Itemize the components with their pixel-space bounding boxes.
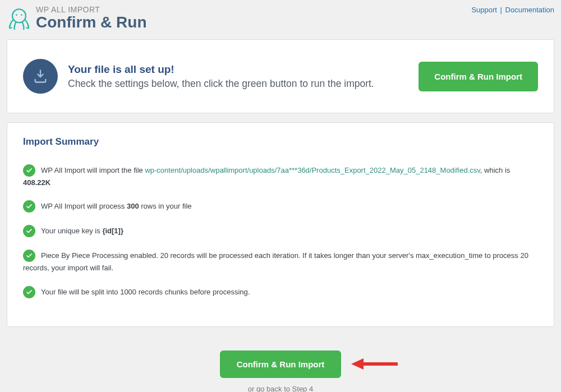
confirm-run-button-top[interactable]: Confirm & Run Import xyxy=(419,62,538,91)
hero-left: Your file is all set up! Check the setti… xyxy=(23,59,374,94)
summary-item-file: WP All Import will import the file wp-co… xyxy=(23,164,538,188)
wpallimport-logo-icon xyxy=(7,6,31,30)
summary-item-rows: WP All Import will process 300 rows in y… xyxy=(23,200,538,213)
summary-key-text: Your unique key is {id[1]} xyxy=(41,227,123,236)
file-size: 408.22K xyxy=(23,178,50,187)
documentation-link[interactable]: Documentation xyxy=(505,6,554,14)
back-prefix: or go back to xyxy=(248,385,292,392)
check-icon xyxy=(23,225,35,237)
svg-marker-4 xyxy=(351,358,364,370)
page-header: WP ALL IMPORT Confirm & Run Support | Do… xyxy=(7,6,554,30)
svg-point-0 xyxy=(12,9,26,22)
link-separator: | xyxy=(497,6,505,14)
page-title: Confirm & Run xyxy=(36,14,147,30)
annotation-arrow-icon xyxy=(350,353,401,375)
hero-text: Your file is all set up! Check the setti… xyxy=(68,63,374,90)
svg-point-1 xyxy=(16,14,17,16)
confirm-run-button-bottom[interactable]: Confirm & Run Import xyxy=(220,351,342,378)
row-count: 300 xyxy=(127,202,139,211)
brand: WP ALL IMPORT Confirm & Run xyxy=(7,6,147,30)
summary-piece-text: Piece By Piece Processing enabled. 20 re… xyxy=(23,252,528,273)
svg-point-2 xyxy=(21,14,22,16)
file-path: wp-content/uploads/wpallimport/uploads/7… xyxy=(145,166,480,174)
hero-panel: Your file is all set up! Check the setti… xyxy=(7,39,554,113)
brand-label: WP ALL IMPORT xyxy=(36,6,147,14)
brand-text: WP ALL IMPORT Confirm & Run xyxy=(36,6,147,30)
summary-item-key: Your unique key is {id[1]} xyxy=(23,225,538,237)
hero-title: Your file is all set up! xyxy=(68,63,374,76)
check-icon xyxy=(23,164,35,177)
summary-item-chunks: Your file will be split into 1000 record… xyxy=(23,286,538,298)
check-icon xyxy=(23,250,35,262)
import-icon xyxy=(23,59,58,94)
back-link-row: or go back to Step 4 xyxy=(7,385,554,392)
check-icon xyxy=(23,200,35,213)
summary-rows-text: WP All Import will process 300 rows in y… xyxy=(41,202,192,211)
top-links: Support | Documentation xyxy=(471,6,554,14)
bottom-actions: Confirm & Run Import or go back to Step … xyxy=(7,351,554,392)
import-summary-panel: Import Summary WP All Import will import… xyxy=(7,122,554,327)
summary-file-text: WP All Import will import the file wp-co… xyxy=(23,166,510,187)
summary-item-piece: Piece By Piece Processing enabled. 20 re… xyxy=(23,250,538,273)
check-icon xyxy=(23,286,35,298)
hero-subtitle: Check the settings below, then click the… xyxy=(68,78,374,90)
unique-key: {id[1]} xyxy=(102,227,123,236)
summary-chunks-text: Your file will be split into 1000 record… xyxy=(41,288,250,296)
summary-heading: Import Summary xyxy=(23,136,538,147)
back-to-step-link[interactable]: Step 4 xyxy=(292,385,314,392)
support-link[interactable]: Support xyxy=(471,6,497,14)
